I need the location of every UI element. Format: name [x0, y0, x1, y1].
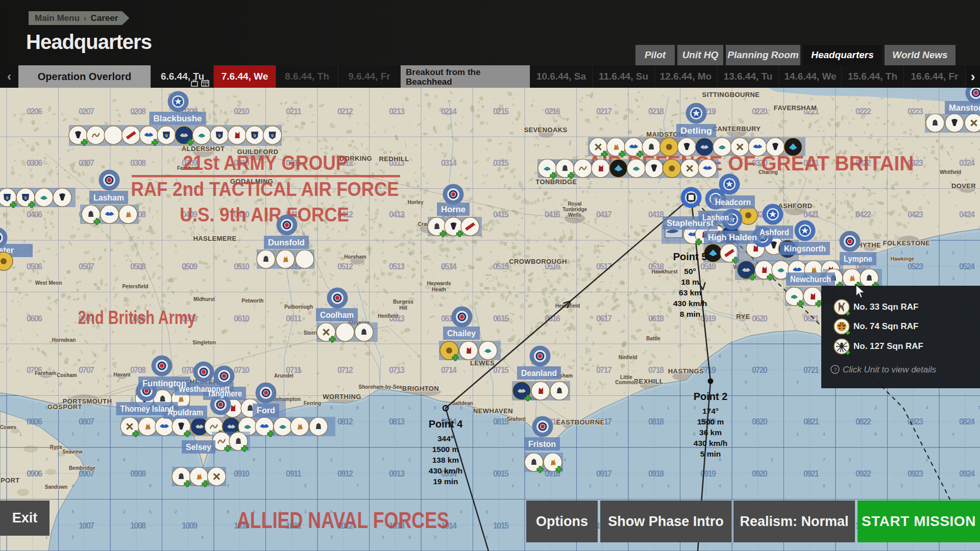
svg-text:5: 5: [693, 354, 696, 359]
svg-text:0911: 0911: [286, 469, 302, 478]
svg-text:3: 3: [304, 277, 307, 281]
svg-text:HASTINGS: HASTINGS: [668, 367, 704, 375]
svg-text:Point 5: Point 5: [673, 251, 707, 262]
svg-text:6: 6: [175, 277, 177, 281]
svg-text:50°: 50°: [684, 267, 696, 276]
svg-text:Coolham: Coolham: [320, 311, 354, 319]
svg-text:0822: 0822: [855, 417, 871, 426]
svg-text:Lympne: Lympne: [844, 255, 872, 263]
svg-text:6: 6: [149, 303, 152, 307]
svg-text:2: 2: [97, 432, 100, 437]
svg-text:8: 8: [19, 225, 22, 230]
svg-text:2: 2: [123, 509, 126, 514]
svg-text:0906: 0906: [27, 469, 42, 478]
svg-text:HYTHE: HYTHE: [857, 241, 881, 249]
svg-text:8: 8: [848, 121, 851, 126]
svg-text:5: 5: [434, 95, 436, 100]
svg-text:1: 1: [227, 147, 229, 152]
svg-text:Petworth: Petworth: [242, 298, 264, 304]
svg-text:CANTERBURY: CANTERBURY: [713, 125, 761, 133]
svg-text:2nd British Army: 2nd British Army: [78, 307, 196, 328]
svg-text:2: 2: [330, 457, 333, 462]
svg-text:4: 4: [564, 354, 566, 359]
svg-text:8: 8: [408, 328, 411, 333]
svg-text:2: 2: [616, 121, 618, 126]
svg-text:8: 8: [641, 198, 644, 203]
svg-text:2: 2: [771, 95, 773, 100]
svg-text:7: 7: [356, 483, 359, 488]
svg-text:0308: 0308: [130, 159, 146, 167]
svg-text:Lasham: Lasham: [93, 193, 124, 202]
svg-text:5: 5: [511, 328, 514, 333]
svg-text:0417: 0417: [596, 210, 612, 219]
svg-text:7: 7: [616, 483, 618, 488]
svg-text:1: 1: [434, 303, 436, 307]
svg-text:5: 5: [641, 251, 644, 255]
svg-text:4: 4: [382, 95, 384, 100]
svg-text:No. 33 Sqn RAF: No. 33 Sqn RAF: [853, 302, 919, 312]
svg-text:Ninfield: Ninfield: [619, 355, 638, 360]
svg-text:2: 2: [19, 303, 22, 307]
svg-text:Horsham: Horsham: [344, 254, 366, 260]
svg-text:3: 3: [952, 276, 954, 281]
svg-text:0415: 0415: [493, 210, 509, 219]
svg-text:Tunbridge: Tunbridge: [562, 207, 587, 212]
svg-text:1: 1: [97, 354, 100, 359]
svg-text:0220: 0220: [752, 107, 768, 116]
svg-text:0824: 0824: [959, 417, 975, 426]
svg-text:SEVENOAKS: SEVENOAKS: [524, 126, 567, 134]
svg-text:36 km: 36 km: [699, 428, 722, 437]
svg-text:3: 3: [537, 277, 540, 281]
svg-text:0813: 0813: [389, 417, 405, 426]
svg-text:4: 4: [253, 354, 255, 359]
svg-text:8: 8: [330, 405, 333, 410]
svg-text:Arundel: Arundel: [274, 373, 293, 379]
svg-text:6: 6: [564, 406, 566, 410]
svg-text:2: 2: [616, 303, 618, 307]
svg-text:WORTHING: WORTHING: [323, 393, 361, 400]
svg-text:0920: 0920: [752, 469, 768, 478]
svg-text:0923: 0923: [908, 469, 923, 478]
svg-text:2: 2: [175, 509, 177, 514]
svg-text:0721: 0721: [803, 366, 819, 374]
svg-text:Thorney Island: Thorney Island: [120, 405, 174, 413]
svg-text:4: 4: [71, 483, 74, 488]
svg-text:3: 3: [71, 432, 74, 437]
svg-text:Ferring: Ferring: [304, 400, 321, 406]
svg-text:FAVERSHAM: FAVERSHAM: [774, 104, 817, 112]
svg-text:Point 2: Point 2: [694, 391, 728, 402]
svg-text:3: 3: [382, 147, 384, 152]
svg-text:8: 8: [641, 95, 644, 100]
svg-text:1: 1: [926, 457, 928, 462]
svg-text:0413: 0413: [389, 210, 405, 219]
svg-text:3: 3: [978, 405, 980, 410]
svg-text:0515: 0515: [493, 262, 509, 271]
svg-text:1: 1: [511, 432, 514, 437]
svg-text:Pulborough: Pulborough: [284, 304, 313, 310]
svg-text:Royal: Royal: [568, 201, 581, 207]
svg-text:EASTBOURNE: EASTBOURNE: [556, 418, 604, 426]
svg-text:Chailey: Chailey: [447, 329, 476, 338]
svg-text:4: 4: [511, 483, 514, 488]
svg-text:5: 5: [616, 198, 618, 203]
svg-text:7: 7: [45, 457, 48, 462]
svg-text:4: 4: [382, 405, 384, 410]
svg-text:1: 1: [952, 483, 954, 488]
svg-text:6: 6: [460, 173, 462, 178]
svg-text:Horley: Horley: [407, 199, 424, 205]
svg-text:6: 6: [616, 225, 618, 230]
svg-text:0807: 0807: [79, 417, 94, 426]
svg-text:2: 2: [408, 457, 411, 462]
svg-text:0210: 0210: [234, 107, 250, 116]
svg-text:0421: 0421: [803, 210, 819, 219]
svg-text:8 min: 8 min: [680, 310, 700, 318]
svg-text:Lashen: Lashen: [702, 213, 729, 222]
svg-text:2: 2: [19, 147, 22, 152]
svg-text:5: 5: [97, 173, 100, 178]
svg-text:Whitfield: Whitfield: [940, 169, 961, 175]
svg-text:1500 m: 1500 m: [432, 445, 459, 454]
svg-text:0307: 0307: [79, 159, 94, 167]
svg-text:0214: 0214: [441, 107, 457, 116]
svg-text:0718: 0718: [648, 366, 664, 374]
svg-text:Saltdean: Saltdean: [452, 400, 473, 406]
